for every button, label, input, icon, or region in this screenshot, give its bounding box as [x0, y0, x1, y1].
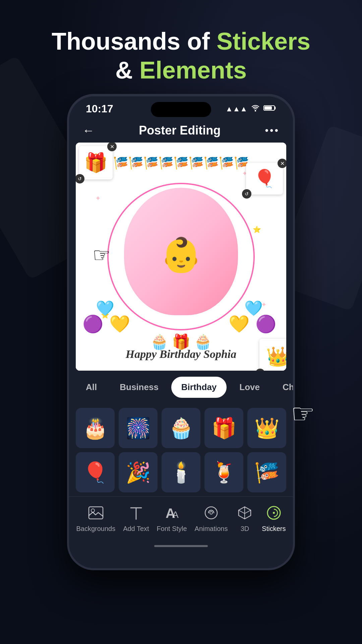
tab-all[interactable]: All [76, 377, 107, 398]
backgrounds-icon [86, 503, 105, 522]
signal-icon: ▲▲▲ [226, 105, 247, 113]
font-style-icon: A A [163, 503, 181, 522]
status-time: 10:17 [86, 103, 113, 115]
sticker-cell-party[interactable]: 🎉 [119, 452, 158, 492]
backgrounds-label: Backgrounds [76, 525, 115, 533]
svg-text:A: A [172, 509, 179, 520]
svg-rect-1 [264, 106, 272, 110]
more-button[interactable]: ••• [265, 125, 280, 136]
sticker-cell-cake[interactable]: 🎂 [76, 408, 115, 448]
home-indicator [69, 539, 293, 553]
svg-point-3 [91, 509, 95, 512]
toolbar-backgrounds[interactable]: Backgrounds [76, 503, 115, 533]
toolbar-3d[interactable]: 3D [235, 503, 254, 533]
nav-bar: ← Poster Editing ••• [69, 118, 293, 143]
flag-emoji: 🎏🎏🎏🎏🎏🎏🎏🎏🎏 [113, 156, 249, 170]
animations-label: Animations [195, 525, 228, 533]
wifi-icon [251, 104, 260, 114]
sticker-gift[interactable]: 🎁 ✕ ↺ [79, 146, 113, 179]
sticker-cell-candle[interactable]: 🕯️ [162, 452, 200, 492]
sticker-cell-cocktail[interactable]: 🍹 [204, 452, 243, 492]
toolbar-font-style[interactable]: A A Font Style [157, 503, 187, 533]
poster-canvas: ✦ ✦ ✦ ⭐ ✦ ⭐ 🎏🎏🎏🎏🎏🎏🎏🎏🎏 [76, 143, 286, 371]
baby-emoji: 👶 [160, 228, 202, 275]
toolbar-animations[interactable]: Animations [195, 503, 228, 533]
svg-rect-2 [89, 507, 103, 519]
tab-business[interactable]: Business [110, 377, 169, 398]
baby-photo: 👶 [124, 188, 238, 315]
balloons-emoji: 🎈 [254, 168, 276, 189]
add-text-icon [127, 503, 145, 522]
sticker-cell-gift[interactable]: 🎁 [204, 408, 243, 448]
balloon-right-3: 💛 [229, 314, 249, 334]
font-style-label: Font Style [157, 525, 187, 533]
star-6: ⭐ [253, 225, 261, 233]
balloon-left-3: 💛 [109, 314, 130, 334]
hero-title-and: & [115, 57, 139, 84]
bottom-toolbar: Backgrounds Add Text A A Font Style [69, 496, 293, 539]
stickers-icon [264, 503, 283, 522]
sticker-cell-crown[interactable]: 👑 [247, 408, 286, 448]
hero-title: Thousands of Stickers & Elements [7, 27, 355, 85]
home-bar [154, 545, 208, 547]
phone-mockup: 10:17 ▲▲▲ ← Poster [67, 94, 295, 570]
gift-emoji: 🎁 [84, 152, 108, 174]
sticker-cell-rocket[interactable]: 🎆 [119, 408, 158, 448]
animations-icon [202, 503, 221, 522]
sticker-balloons[interactable]: 🎈 ✕ ↺ [246, 163, 283, 195]
page-title: Poster Editing [139, 123, 221, 138]
toolbar-stickers[interactable]: Stickers [262, 503, 286, 533]
svg-point-9 [273, 512, 275, 514]
tab-birthday[interactable]: Birthday [171, 377, 227, 398]
sticker-crown[interactable]: 👑 ✕ ↺ [259, 339, 286, 371]
outside-hand-cursor: ☞ [291, 398, 315, 429]
3d-label: 3D [241, 525, 249, 533]
category-tabs: All Business Birthday Love Chritmas → [69, 371, 293, 404]
sticker-cell-balloons[interactable]: 🎈 [76, 452, 115, 492]
balloon-left-1: 🟣 [82, 314, 103, 334]
star-3: ✦ [95, 194, 101, 202]
svg-point-6 [205, 507, 217, 519]
sticker-cell-flags[interactable]: 🎏 [247, 452, 286, 492]
tab-love[interactable]: Love [229, 377, 270, 398]
sticker-balloons-rotate[interactable]: ↺ [242, 189, 251, 199]
dynamic-island [151, 102, 211, 117]
birthday-text: Happy Birthday Sophia [76, 348, 286, 361]
add-text-label: Add Text [123, 525, 149, 533]
tab-christmas[interactable]: Chritmas [273, 377, 293, 398]
phone-frame: 10:17 ▲▲▲ ← Poster [67, 94, 295, 570]
canvas-area[interactable]: ✦ ✦ ✦ ⭐ ✦ ⭐ 🎏🎏🎏🎏🎏🎏🎏🎏🎏 [76, 143, 286, 371]
svg-point-7 [210, 512, 213, 514]
3d-icon [235, 503, 254, 522]
stickers-label: Stickers [262, 525, 286, 533]
battery-icon [263, 104, 276, 114]
sticker-cell-cupcake[interactable]: 🧁 [162, 408, 200, 448]
toolbar-add-text[interactable]: Add Text [123, 503, 149, 533]
sticker-grid: 🎂 🎆 🧁 🎁 👑 🎈 🎉 🕯️ 🍹 🎏 [69, 404, 293, 496]
status-icons: ▲▲▲ [226, 104, 276, 114]
hero-header: Thousands of Stickers & Elements [0, 20, 362, 92]
sticker-balloons-close[interactable]: ✕ [278, 159, 286, 168]
balloon-right-1: 🟣 [255, 314, 276, 334]
crown-emoji: 👑 [266, 345, 286, 368]
hero-title-stickers: Stickers [217, 28, 310, 55]
hero-title-prefix: Thousands of [52, 28, 217, 55]
back-button[interactable]: ← [82, 123, 95, 138]
hero-title-elements: Elements [139, 57, 247, 84]
